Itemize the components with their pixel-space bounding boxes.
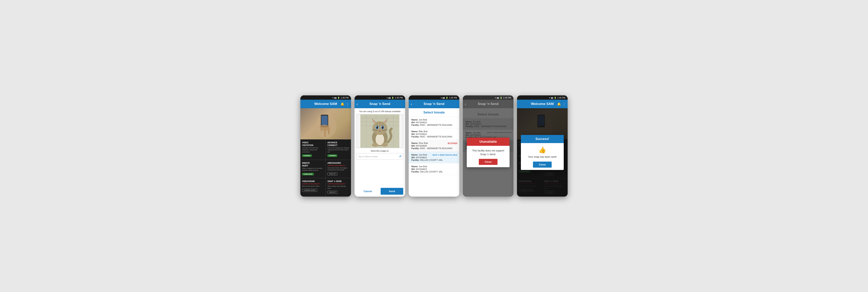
s2-battery-icon: 🔋	[392, 97, 394, 99]
menu-title-debit2: DEBIT	[302, 165, 324, 167]
success-modal-overlay: Success! 👍 Your snap has been sent! Clos…	[517, 108, 568, 197]
modal-close-btn[interactable]: Close	[479, 159, 497, 165]
s5-more-icon[interactable]: ⋮	[563, 102, 566, 106]
svg-rect-2	[321, 116, 328, 126]
svg-point-36	[381, 143, 388, 147]
s2-status-icons: ▾ ▮▮ 🔋	[387, 97, 394, 99]
inmate-row-5[interactable]: Name: Joe Bob ID#: 847204823 Facility: D…	[409, 163, 459, 175]
menu-title-emsg: eMESSAGING	[328, 162, 349, 164]
inmate-facility-3: Facility: RIDC - BERNADETTE BUILDING	[411, 147, 457, 150]
menu-item-snap: SNAP 'n SEND LIMITED AVAILABILITY Take a…	[326, 178, 351, 197]
screen3-status-bar: ▾ ▮▮ 🔋 1:45 PM	[409, 95, 459, 100]
modal-header-unavailable: Unavailable	[467, 138, 509, 146]
s5-bell-icon[interactable]: 🔔	[557, 102, 561, 106]
inmate-row-3[interactable]: Name: Rice Bob ID#: 847204828 Facility: …	[409, 140, 459, 152]
screen2-title: Snap 'n Send	[370, 102, 391, 106]
bell-icon[interactable]: 🔔	[341, 102, 344, 106]
more-icon[interactable]: ⋮	[346, 102, 349, 106]
screen2-back-btn[interactable]: ‹	[356, 102, 358, 106]
screen3-header: ‹ Snap 'n Send	[409, 100, 459, 108]
screen4-header: ‹ Snap 'n Send	[463, 100, 514, 108]
wifi-icon: ▾	[333, 97, 334, 99]
screen3-phone: ▾ ▮▮ 🔋 1:45 PM ‹ Snap 'n Send Select Inm…	[409, 95, 459, 197]
menu-title-debit: INMATE	[302, 162, 324, 164]
blocked-badge: BLOCKED	[448, 142, 457, 144]
modal-text-success: Your snap has been sent!	[523, 155, 561, 159]
svg-rect-6	[326, 130, 328, 136]
menu-desc-emsg: Send and receive messages, send photos a…	[328, 167, 349, 171]
refresh-icon[interactable]: ↺	[399, 155, 401, 158]
hero-image	[300, 108, 351, 139]
screen1-phone: ▾ ▮▮ 🔋 1:45 PM Welcome SAM 🔔 ⋮	[300, 95, 351, 197]
menu-item-emsg: eMESSAGING LIMITED AVAILABILITY Send and…	[326, 160, 351, 178]
signup-btn-emsg[interactable]: SIGN UP	[328, 172, 337, 175]
unavailable-modal: Unavailable This facility does not suppo…	[467, 138, 509, 167]
screen5-header: Welcome SAM 🔔 ⋮	[517, 100, 568, 108]
s5-wifi-icon: ▾	[549, 97, 550, 99]
thumbs-up-icon: 👍	[523, 146, 561, 154]
kitten-svg	[360, 114, 399, 148]
svg-point-35	[372, 143, 378, 147]
menu-subtitle-snap: LIMITED AVAILABILITY	[328, 183, 349, 185]
menu-title-video: VIDEO	[302, 141, 324, 144]
inmate-row-2[interactable]: Name: Billy Bob ID#: 847204824 Facility:…	[409, 128, 459, 140]
launch-btn-advance[interactable]: LAUNCH	[328, 154, 337, 157]
inmate-facility-1: Facility: RIDC - BERNADETTE BUILDING	[411, 124, 457, 126]
inmate-id-1: ID#: 847204823	[411, 121, 457, 124]
screen5-phone: ▾ ▮▮ 🔋 1:45 PM Welcome SAM 🔔 ⋮	[517, 95, 568, 197]
menu-title-videogram: VIDEOGRAM	[302, 180, 324, 183]
inmate-select-placeholder: Tap to Select Inmate	[358, 155, 399, 158]
menu-desc-video: Schedule and visit from anywhere using a…	[302, 147, 324, 153]
menu-desc-debit: Make a deposit to an inmate's prepaid ca…	[302, 167, 324, 171]
menu-item-debit: INMATE DEBIT Make a deposit to an inmate…	[300, 160, 326, 178]
inmate-id-3: ID#: 847204828	[411, 144, 457, 147]
inmate-id-2: ID#: 847204824	[411, 133, 457, 135]
coming-soon-btn: COMING SOON	[302, 189, 317, 192]
screen3-back-btn[interactable]: ‹	[411, 102, 412, 106]
screen3-title: Snap 'n Send	[424, 102, 444, 106]
screen4-back-btn[interactable]: ‹	[465, 102, 466, 106]
svg-rect-4	[322, 130, 324, 136]
menu-title-video2: VISITATION	[302, 144, 324, 147]
menu-title-advance: ADVANCE	[328, 141, 349, 144]
s3-status-icons: ▾ ▮▮ 🔋	[441, 97, 448, 99]
s3-battery-icon: 🔋	[446, 97, 448, 99]
s3-signal-icon: ▮▮	[442, 97, 445, 99]
modal-text-unavailable: This facility does not support Snap 'n S…	[469, 149, 507, 156]
status-time: 1:45 PM	[341, 97, 349, 99]
svg-rect-7	[328, 129, 330, 134]
inmate-row-1[interactable]: Name: Joe Bob ID#: 847204823 Facility: R…	[409, 117, 459, 128]
screen5-right-icons: 🔔 ⋮	[557, 102, 566, 106]
screen1-header: Welcome SAM 🔔 ⋮	[300, 100, 351, 108]
modal-header-success: Success!	[521, 135, 564, 143]
screen2-status-bar: ▾ ▮▮ 🔋 1:45 PM	[354, 95, 405, 100]
cancel-button[interactable]: Cancel	[356, 188, 379, 195]
inmate-row-4[interactable]: Name: Joe Bob ID#: 847204823 Facility: D…	[409, 152, 459, 163]
s4-status-icons: ▾ ▮▮ 🔋	[495, 97, 502, 99]
screen1-status-bar: ▾ ▮▮ 🔋 1:45 PM	[300, 95, 351, 100]
inmate-name-5: Name: Joe Bob	[411, 165, 457, 168]
fund-btn[interactable]: FUND NOW	[302, 173, 314, 175]
screen1-body: VIDEO VISITATION Schedule and visit from…	[300, 108, 351, 197]
inmate-select-bar[interactable]: Tap to Select Inmate ↺	[356, 153, 403, 160]
menu-desc-videogram: Record and send a video	[302, 185, 324, 187]
send-button[interactable]: Send	[381, 188, 403, 195]
s4-status-time: 1:45 PM	[503, 97, 511, 99]
inmate-facility-5: Facility: DALLAS COUNTY JAIL	[411, 170, 457, 173]
launch-btn-video[interactable]: LAUNCH	[302, 154, 312, 157]
inmate-facility-4: Facility: DALLAS COUNTY JAIL	[411, 159, 457, 161]
s5-status-icons: ▾ ▮▮ 🔋	[549, 97, 556, 99]
signal-icon: ▮▮	[334, 97, 337, 99]
screen5-title: Welcome SAM	[531, 102, 554, 106]
battery-icon: 🔋	[337, 97, 340, 99]
unavailable-badge-4: SNAP 'n SEND UNAVAILABLE	[432, 154, 457, 156]
inmate-id-5: ID#: 847204823	[411, 168, 457, 170]
success-close-btn[interactable]: Close	[533, 162, 552, 168]
inmate-id-4: ID#: 847204823	[411, 156, 457, 159]
screen4-title: Snap 'n Send	[478, 102, 499, 106]
success-modal: Success! 👍 Your snap has been sent! Clos…	[521, 135, 564, 170]
screen2-header: ‹ Snap 'n Send	[354, 100, 405, 108]
s5-battery-icon: 🔋	[554, 97, 556, 99]
signup-btn-snap[interactable]: SIGN UP	[328, 191, 337, 194]
stamp-count: 1	[373, 110, 374, 112]
